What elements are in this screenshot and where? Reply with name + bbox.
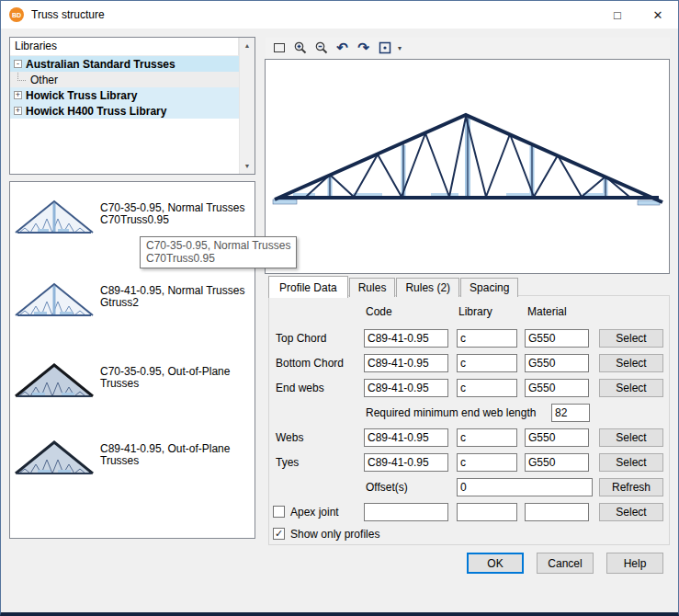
ok-button[interactable]: OK <box>467 553 524 574</box>
libraries-column-header[interactable]: Libraries <box>10 38 239 56</box>
webs-select-button[interactable]: Select <box>599 428 663 447</box>
tab-rules[interactable]: Rules <box>349 278 396 297</box>
expand-icon[interactable]: + <box>14 107 22 115</box>
truss-preview-drawing <box>266 60 669 273</box>
tooltip-line1: C70-35-0.95, Normal Trusses <box>146 239 290 252</box>
apex-material-input[interactable] <box>525 503 589 521</box>
bottom-chord-select-button[interactable]: Select <box>599 354 663 372</box>
library-item-australian-standard-trusses[interactable]: - Australian Standard Trusses <box>10 56 239 72</box>
zoom-window-icon[interactable] <box>271 40 287 56</box>
bottom-chord-material-input[interactable] <box>525 354 589 372</box>
truss-list-panel: C70-35-0.95, Normal Trusses C70Truss0.95… <box>9 181 255 539</box>
dropdown-arrow-icon[interactable]: ▾ <box>398 44 406 52</box>
library-column-header: Library <box>458 305 492 318</box>
truss-item-line2: Gtruss2 <box>100 297 244 309</box>
min-end-web-length-label: Required minimum end web length <box>366 404 536 422</box>
bottom-chord-code-input[interactable] <box>364 354 448 372</box>
apex-select-button[interactable]: Select <box>599 503 663 521</box>
truss-list-item-c89-out-of-plane[interactable]: C89-41-0.95, Out-of-Plane Trusses <box>10 432 255 489</box>
end-webs-label: End webs <box>276 379 324 397</box>
top-chord-library-input[interactable] <box>457 329 517 348</box>
scroll-down-icon[interactable]: ▼ <box>240 158 255 174</box>
top-chord-material-input[interactable] <box>525 329 589 348</box>
apex-code-input[interactable] <box>364 503 448 521</box>
help-button[interactable]: Help <box>606 553 663 574</box>
scroll-up-icon[interactable]: ▲ <box>240 38 255 53</box>
apex-joint-label: Apex joint <box>290 503 339 521</box>
truss-list-item-c70-out-of-plane[interactable]: C70-35-0.95, Out-of-Plane Trusses <box>10 355 255 412</box>
webs-material-input[interactable] <box>525 428 589 447</box>
apex-joint-checkbox[interactable] <box>273 506 285 518</box>
rotate-left-icon[interactable]: ↶ <box>334 40 350 56</box>
fit-view-icon[interactable] <box>377 40 392 56</box>
expand-icon[interactable]: + <box>14 91 22 99</box>
webs-library-input[interactable] <box>457 428 517 447</box>
libraries-panel: Libraries - Australian Standard Trusses … <box>9 37 255 175</box>
truss-thumbnail-image <box>14 278 95 322</box>
library-item-label: Howick H400 Truss Library <box>26 105 166 118</box>
close-button[interactable]: ✕ <box>638 1 678 29</box>
library-item-label: Australian Standard Trusses <box>26 58 175 71</box>
library-item-other[interactable]: Other <box>10 72 239 87</box>
library-item-label: Other <box>30 74 58 86</box>
tyes-material-input[interactable] <box>525 453 589 472</box>
top-chord-select-button[interactable]: Select <box>599 329 663 348</box>
cancel-button[interactable]: Cancel <box>537 553 594 574</box>
webs-label: Webs <box>276 428 303 447</box>
truss-item-line2: C70Truss0.95 <box>100 214 244 226</box>
title-bar: BD Truss structure □ ✕ <box>1 1 678 29</box>
zoom-out-icon[interactable] <box>313 40 329 56</box>
libraries-scrollbar[interactable]: ▲ ▼ <box>239 38 255 174</box>
preview-toolbar: ↶ ↷ ▾ <box>266 38 670 58</box>
code-column-header: Code <box>366 305 392 318</box>
material-column-header: Material <box>527 305 567 318</box>
top-chord-code-input[interactable] <box>364 329 448 348</box>
tab-spacing[interactable]: Spacing <box>460 278 518 297</box>
app-logo-icon: BD <box>9 7 24 22</box>
refresh-button[interactable]: Refresh <box>599 478 663 496</box>
profile-tabs: Profile Data Rules Rules (2) Spacing <box>268 276 519 297</box>
end-webs-select-button[interactable]: Select <box>599 379 663 397</box>
rotate-right-icon[interactable]: ↷ <box>356 40 371 56</box>
tyes-select-button[interactable]: Select <box>599 453 663 472</box>
tyes-library-input[interactable] <box>457 453 517 472</box>
apex-library-input[interactable] <box>457 503 517 521</box>
truss-thumbnail-image <box>14 195 95 239</box>
tyes-label: Tyes <box>276 453 299 472</box>
maximize-button[interactable]: □ <box>597 1 638 29</box>
show-only-profiles-label: Show only profiles <box>290 525 379 543</box>
truss-item-line2: Trusses <box>100 455 230 467</box>
tab-profile-data[interactable]: Profile Data <box>268 276 348 298</box>
webs-code-input[interactable] <box>364 428 448 447</box>
show-only-profiles-checkbox[interactable]: ✓ <box>273 528 285 540</box>
end-webs-material-input[interactable] <box>525 379 589 397</box>
tyes-code-input[interactable] <box>364 453 448 472</box>
tab-rules-2[interactable]: Rules (2) <box>396 278 459 297</box>
bottom-chord-label: Bottom Chord <box>276 354 344 372</box>
library-item-label: Howick Truss Library <box>26 89 137 102</box>
truss-list-item-c89-normal[interactable]: C89-41-0.95, Normal Trusses Gtruss2 <box>10 274 255 331</box>
library-item-howick-truss-library[interactable]: + Howick Truss Library <box>10 87 239 103</box>
truss-preview-canvas[interactable] <box>265 59 670 274</box>
truss-item-tooltip: C70-35-0.95, Normal Trusses C70Truss0.95 <box>140 236 297 268</box>
truss-thumbnail-image <box>14 359 95 403</box>
offsets-input[interactable] <box>457 478 593 496</box>
library-item-howick-h400-truss-library[interactable]: + Howick H400 Truss Library <box>10 103 239 119</box>
end-webs-code-input[interactable] <box>364 379 448 397</box>
bottom-chord-library-input[interactable] <box>457 354 517 372</box>
tooltip-line2: C70Truss0.95 <box>146 252 290 265</box>
offsets-label: Offset(s) <box>366 478 408 496</box>
min-end-web-length-input[interactable] <box>551 404 590 422</box>
end-webs-library-input[interactable] <box>457 379 517 397</box>
top-chord-label: Top Chord <box>276 329 326 348</box>
collapse-icon[interactable]: - <box>14 60 22 68</box>
zoom-in-icon[interactable] <box>292 40 308 56</box>
window-title: Truss structure <box>31 8 597 21</box>
truss-thumbnail-image <box>14 436 95 480</box>
truss-item-line2: Trusses <box>100 378 230 390</box>
tree-line-icon <box>17 73 26 81</box>
